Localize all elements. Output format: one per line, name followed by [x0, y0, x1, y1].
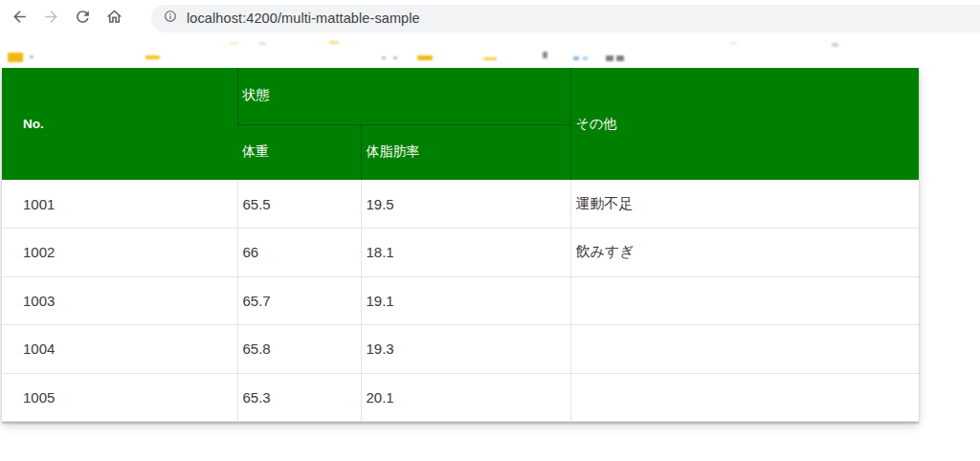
- cell-bodyfat: 18.1: [361, 229, 570, 277]
- health-data-table: No. 状態 その他 体重 体脂肪率 1001 65.5 19.5 運動不足 1…: [2, 68, 919, 422]
- bookmark-remnant[interactable]: [30, 55, 33, 58]
- cell-other: 飲みすぎ: [570, 229, 919, 277]
- cell-no: 1003: [2, 276, 237, 325]
- bookmark-folder-icon[interactable]: [145, 55, 160, 59]
- back-button[interactable]: [10, 9, 29, 28]
- home-button[interactable]: [104, 9, 123, 28]
- bookmark-remnant[interactable]: [616, 55, 624, 61]
- table-row: 1004 65.8 19.3: [2, 325, 919, 374]
- table-row: 1005 65.3 20.1: [2, 373, 919, 422]
- page-content: No. 状態 その他 体重 体脂肪率 1001 65.5 19.5 運動不足 1…: [2, 68, 980, 422]
- cell-weight: 65.5: [237, 180, 361, 229]
- cell-other: [570, 325, 919, 374]
- bookmark-remnant[interactable]: [832, 43, 838, 47]
- address-bar[interactable]: localhost:4200/multi-mattable-sample: [151, 5, 980, 33]
- table-body: 1001 65.5 19.5 運動不足 1002 66 18.1 飲みすぎ 10…: [2, 180, 919, 422]
- refresh-icon: [74, 8, 92, 29]
- bookmark-remnant[interactable]: [393, 56, 397, 59]
- cell-no: 1005: [2, 373, 237, 422]
- cell-bodyfat: 19.5: [361, 180, 570, 229]
- forward-button[interactable]: [41, 9, 60, 28]
- cell-no: 1001: [2, 180, 237, 229]
- bookmark-remnant[interactable]: [543, 52, 547, 58]
- header-cell-other: その他: [570, 68, 919, 180]
- table-row: 1003 65.7 19.1: [2, 276, 919, 325]
- header-cell-no: No.: [2, 68, 237, 180]
- cell-bodyfat: 20.1: [361, 373, 570, 422]
- arrow-right-icon: [42, 8, 60, 29]
- bookmark-remnant[interactable]: [259, 42, 266, 45]
- table-row: 1002 66 18.1 飲みすぎ: [2, 229, 919, 277]
- cell-no: 1004: [2, 325, 237, 374]
- arrow-left-icon: [11, 8, 29, 29]
- bookmark-folder-icon[interactable]: [417, 55, 433, 60]
- table-row: 1001 65.5 19.5 運動不足: [2, 180, 919, 229]
- cell-other: [570, 373, 919, 422]
- table-header: No. 状態 その他 体重 体脂肪率: [2, 68, 919, 180]
- bookmark-folder-icon[interactable]: [8, 53, 23, 62]
- url-text[interactable]: localhost:4200/multi-mattable-sample: [187, 11, 420, 26]
- bookmark-remnant[interactable]: [483, 57, 497, 60]
- bookmark-remnant[interactable]: [382, 56, 386, 59]
- header-cell-status-group: 状態: [237, 68, 570, 124]
- bookmark-remnant[interactable]: [329, 41, 339, 44]
- bookmark-remnant[interactable]: [730, 42, 737, 44]
- reload-button[interactable]: [73, 9, 92, 28]
- cell-weight: 65.7: [237, 276, 361, 325]
- info-circle-icon[interactable]: [164, 10, 177, 27]
- cell-other: [570, 276, 919, 325]
- bookmark-remnant[interactable]: [606, 55, 613, 61]
- cell-no: 1002: [2, 229, 237, 277]
- header-cell-bodyfat: 体脂肪率: [361, 124, 570, 180]
- cell-weight: 66: [237, 229, 361, 277]
- cell-weight: 65.3: [237, 373, 361, 422]
- bookmark-remnant[interactable]: [573, 56, 579, 60]
- cell-bodyfat: 19.3: [361, 325, 570, 374]
- cell-bodyfat: 19.1: [361, 276, 570, 325]
- bookmark-remnant[interactable]: [230, 42, 238, 44]
- bookmark-remnant[interactable]: [583, 56, 588, 60]
- cell-other: 運動不足: [570, 180, 919, 229]
- browser-toolbar: localhost:4200/multi-mattable-sample: [0, 0, 980, 36]
- home-icon: [105, 8, 123, 29]
- cell-weight: 65.8: [237, 325, 361, 374]
- header-cell-weight: 体重: [237, 124, 361, 180]
- bookmarks-bar: [0, 36, 980, 68]
